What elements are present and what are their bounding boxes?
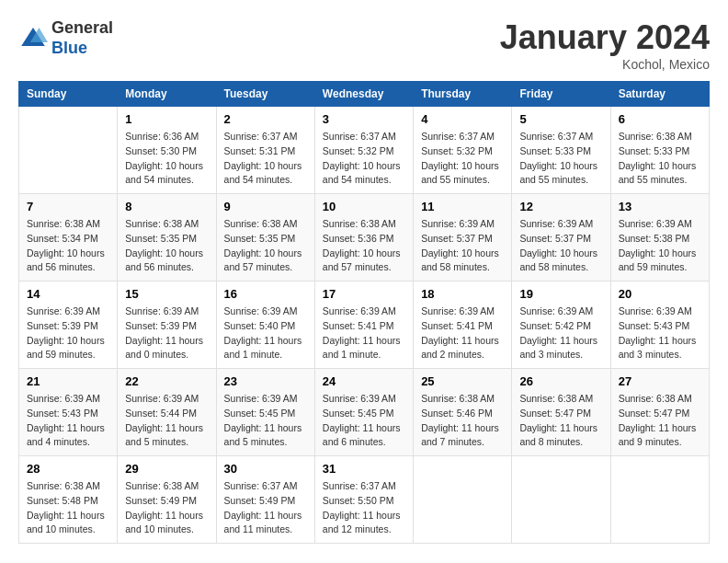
day-number: 25 [421,374,504,388]
day-info: Sunrise: 6:39 AMSunset: 5:39 PMDaylight:… [125,304,208,362]
day-cell: 17Sunrise: 6:39 AMSunset: 5:41 PMDayligh… [314,282,413,369]
day-cell: 5Sunrise: 6:37 AMSunset: 5:33 PMDaylight… [512,107,610,194]
day-cell: 25Sunrise: 6:38 AMSunset: 5:46 PMDayligh… [414,369,512,456]
header-cell-thursday: Thursday [414,82,512,107]
day-cell: 7Sunrise: 6:38 AMSunset: 5:34 PMDaylight… [19,194,118,282]
calendar-header: SundayMondayTuesdayWednesdayThursdayFrid… [19,82,710,107]
day-info: Sunrise: 6:37 AMSunset: 5:33 PMDaylight:… [519,130,602,188]
day-info: Sunrise: 6:39 AMSunset: 5:41 PMDaylight:… [323,304,405,362]
day-info: Sunrise: 6:37 AMSunset: 5:50 PMDaylight:… [323,479,405,537]
calendar-table: SundayMondayTuesdayWednesdayThursdayFrid… [18,81,710,544]
day-info: Sunrise: 6:38 AMSunset: 5:48 PMDaylight:… [27,479,109,537]
day-cell: 24Sunrise: 6:39 AMSunset: 5:45 PMDayligh… [314,369,413,456]
day-info: Sunrise: 6:39 AMSunset: 5:45 PMDaylight:… [224,392,307,450]
day-info: Sunrise: 6:38 AMSunset: 5:35 PMDaylight:… [125,217,208,275]
day-number: 14 [27,287,109,301]
day-cell: 14Sunrise: 6:39 AMSunset: 5:39 PMDayligh… [19,282,118,369]
day-info: Sunrise: 6:39 AMSunset: 5:45 PMDaylight:… [323,392,405,450]
header-cell-wednesday: Wednesday [314,82,413,107]
day-cell: 22Sunrise: 6:39 AMSunset: 5:44 PMDayligh… [118,369,216,456]
day-cell: 15Sunrise: 6:39 AMSunset: 5:39 PMDayligh… [118,282,216,369]
header-cell-sunday: Sunday [19,82,118,107]
day-cell: 27Sunrise: 6:38 AMSunset: 5:47 PMDayligh… [610,369,709,456]
day-cell: 19Sunrise: 6:39 AMSunset: 5:42 PMDayligh… [512,282,610,369]
header-cell-monday: Monday [118,82,216,107]
logo-general: General [51,18,113,37]
day-number: 9 [224,200,307,213]
day-info: Sunrise: 6:38 AMSunset: 5:47 PMDaylight:… [519,392,602,450]
day-number: 8 [125,200,208,213]
day-number: 6 [619,112,701,126]
day-info: Sunrise: 6:39 AMSunset: 5:39 PMDaylight:… [27,304,109,362]
day-info: Sunrise: 6:38 AMSunset: 5:47 PMDaylight:… [619,392,701,450]
week-row-5: 28Sunrise: 6:38 AMSunset: 5:48 PMDayligh… [19,456,710,544]
day-number: 19 [519,287,602,301]
day-number: 29 [125,462,208,476]
week-row-2: 7Sunrise: 6:38 AMSunset: 5:34 PMDaylight… [19,194,710,282]
header-cell-friday: Friday [512,82,610,107]
day-cell: 3Sunrise: 6:37 AMSunset: 5:32 PMDaylight… [314,107,413,194]
day-number: 30 [224,462,307,476]
day-number: 5 [519,112,602,126]
day-number: 23 [224,374,307,388]
day-cell: 4Sunrise: 6:37 AMSunset: 5:32 PMDaylight… [414,107,512,194]
day-number: 17 [323,287,405,301]
day-info: Sunrise: 6:39 AMSunset: 5:43 PMDaylight:… [619,304,701,362]
day-number: 18 [421,287,504,301]
day-info: Sunrise: 6:38 AMSunset: 5:49 PMDaylight:… [125,479,208,537]
day-info: Sunrise: 6:39 AMSunset: 5:44 PMDaylight:… [125,392,208,450]
calendar-body: 1Sunrise: 6:36 AMSunset: 5:30 PMDaylight… [19,107,710,544]
day-info: Sunrise: 6:38 AMSunset: 5:46 PMDaylight:… [421,392,504,450]
day-number: 31 [323,462,405,476]
week-row-4: 21Sunrise: 6:39 AMSunset: 5:43 PMDayligh… [19,369,710,456]
day-info: Sunrise: 6:39 AMSunset: 5:37 PMDaylight:… [421,217,504,275]
day-number: 27 [619,374,701,388]
day-number: 13 [619,200,701,213]
day-cell [512,456,610,544]
header-row: SundayMondayTuesdayWednesdayThursdayFrid… [19,82,710,107]
day-number: 16 [224,287,307,301]
location: Kochol, Mexico [500,57,710,72]
day-info: Sunrise: 6:37 AMSunset: 5:32 PMDaylight:… [421,130,504,188]
day-info: Sunrise: 6:39 AMSunset: 5:40 PMDaylight:… [224,304,307,362]
header-cell-saturday: Saturday [610,82,709,107]
day-cell: 21Sunrise: 6:39 AMSunset: 5:43 PMDayligh… [19,369,118,456]
day-info: Sunrise: 6:38 AMSunset: 5:35 PMDaylight:… [224,217,307,275]
day-info: Sunrise: 6:39 AMSunset: 5:37 PMDaylight:… [519,217,602,275]
day-number: 15 [125,287,208,301]
day-number: 21 [27,374,109,388]
title-block: January 2024 Kochol, Mexico [500,18,710,72]
day-number: 12 [519,200,602,213]
page-header: General Blue January 2024 Kochol, Mexico [18,18,710,72]
day-info: Sunrise: 6:38 AMSunset: 5:33 PMDaylight:… [619,130,701,188]
week-row-3: 14Sunrise: 6:39 AMSunset: 5:39 PMDayligh… [19,282,710,369]
day-cell: 8Sunrise: 6:38 AMSunset: 5:35 PMDaylight… [118,194,216,282]
day-cell [19,107,118,194]
day-cell: 20Sunrise: 6:39 AMSunset: 5:43 PMDayligh… [610,282,709,369]
day-info: Sunrise: 6:38 AMSunset: 5:36 PMDaylight:… [323,217,405,275]
day-cell: 9Sunrise: 6:38 AMSunset: 5:35 PMDaylight… [216,194,314,282]
day-info: Sunrise: 6:39 AMSunset: 5:42 PMDaylight:… [519,304,602,362]
logo-blue: Blue [51,39,87,57]
day-cell [610,456,709,544]
day-number: 26 [519,374,602,388]
day-info: Sunrise: 6:39 AMSunset: 5:38 PMDaylight:… [619,217,701,275]
day-info: Sunrise: 6:38 AMSunset: 5:34 PMDaylight:… [27,217,109,275]
day-cell: 30Sunrise: 6:37 AMSunset: 5:49 PMDayligh… [216,456,314,544]
day-cell: 1Sunrise: 6:36 AMSunset: 5:30 PMDaylight… [118,107,216,194]
logo-text: General Blue [51,18,113,58]
day-cell: 13Sunrise: 6:39 AMSunset: 5:38 PMDayligh… [610,194,709,282]
day-number: 28 [27,462,109,476]
day-cell: 26Sunrise: 6:38 AMSunset: 5:47 PMDayligh… [512,369,610,456]
day-cell: 31Sunrise: 6:37 AMSunset: 5:50 PMDayligh… [314,456,413,544]
day-cell: 2Sunrise: 6:37 AMSunset: 5:31 PMDaylight… [216,107,314,194]
week-row-1: 1Sunrise: 6:36 AMSunset: 5:30 PMDaylight… [19,107,710,194]
day-number: 7 [27,200,109,213]
day-number: 2 [224,112,307,126]
day-cell: 29Sunrise: 6:38 AMSunset: 5:49 PMDayligh… [118,456,216,544]
day-info: Sunrise: 6:39 AMSunset: 5:43 PMDaylight:… [27,392,109,450]
month-title: January 2024 [500,18,710,57]
day-number: 3 [323,112,405,126]
day-cell: 10Sunrise: 6:38 AMSunset: 5:36 PMDayligh… [314,194,413,282]
day-cell: 6Sunrise: 6:38 AMSunset: 5:33 PMDaylight… [610,107,709,194]
